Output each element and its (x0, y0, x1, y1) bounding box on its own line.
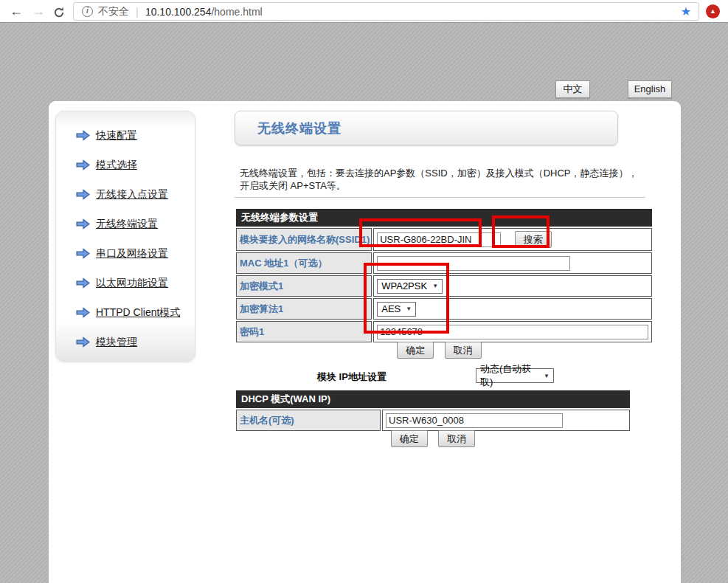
dhcp-table: DHCP 模式(WAN IP) 主机名(可选) (235, 389, 631, 432)
page-title-banner: 无线终端设置 (235, 111, 618, 145)
nav-arrow-icon (76, 307, 90, 318)
nav-arrow-icon (76, 189, 90, 200)
hostname-input[interactable] (386, 413, 563, 428)
mac-input[interactable] (377, 256, 570, 271)
sidebar-item-httpd-client[interactable]: HTTPD Client模式 (76, 304, 195, 321)
module-ip-settings-row: 模块 IP地址设置 动态(自动获取) ▼ (235, 368, 645, 384)
extension-icon[interactable]: ▲ (706, 4, 720, 18)
module-ip-settings-label: 模块 IP地址设置 (317, 370, 386, 384)
chevron-down-icon: ▼ (432, 283, 438, 289)
security-label: 不安全 (98, 5, 129, 18)
encryption-algorithm-label: 加密算法1 (236, 298, 372, 320)
sidebar-item-label: 模块管理 (96, 336, 137, 349)
nav-arrow-icon (76, 337, 90, 348)
mac-label: MAC 地址1（可选） (236, 252, 372, 274)
sidebar-item-ap-settings[interactable]: 无线接入点设置 (76, 186, 195, 203)
sidebar-item-label: 无线终端设置 (96, 218, 158, 231)
search-button[interactable]: 搜索 (515, 231, 552, 248)
refresh-icon[interactable] (50, 5, 68, 23)
nav-arrow-icon (76, 248, 90, 259)
mac-row: MAC 地址1（可选） (236, 252, 652, 274)
sidebar-item-module-management[interactable]: 模块管理 (76, 334, 195, 351)
hostname-row: 主机名(可选) (236, 410, 630, 431)
encryption-algorithm-select[interactable]: AES ▼ (377, 302, 416, 317)
dhcp-table-header: DHCP 模式(WAN IP) (236, 390, 630, 408)
ip-mode-value: 动态(自动获取) (480, 362, 538, 389)
confirm-button[interactable]: 确定 (391, 430, 428, 447)
password-input[interactable] (377, 325, 648, 339)
nav-arrow-icon (76, 218, 90, 230)
sidebar-item-mode-select[interactable]: 模式选择 (76, 156, 195, 173)
forward-icon[interactable]: → (30, 2, 47, 20)
encryption-mode-select[interactable]: WPA2PSK ▼ (377, 279, 443, 294)
ssid-row: 模块要接入的网络名称(SSID1) 搜索 (236, 228, 652, 251)
language-english-button[interactable]: English (628, 80, 672, 98)
address-bar[interactable]: i 不安全 | 10.10.100.254 /home.html ★ (73, 2, 699, 21)
encryption-algorithm-value: AES (381, 303, 401, 314)
table-header-row: DHCP 模式(WAN IP) (236, 390, 630, 408)
page-description: 无线终端设置，包括：要去连接的AP参数（SSID，加密）及接入模式（DHCP，静… (240, 167, 647, 192)
encryption-mode-row: 加密模式1 WPA2PSK ▼ (236, 275, 652, 297)
ssid-input[interactable] (377, 232, 501, 247)
bookmark-star-icon[interactable]: ★ (681, 4, 691, 18)
sidebar-item-sta-settings[interactable]: 无线终端设置 (76, 215, 195, 232)
sidebar-nav: 快速配置 模式选择 无线接入点设置 无线终端设置 串口及网络设置 以太网功能设置… (55, 111, 195, 362)
sta-params-table: 无线终端参数设置 模块要接入的网络名称(SSID1) 搜索 MAC 地址1（可选… (235, 207, 654, 344)
encryption-mode-value: WPA2PSK (381, 280, 427, 292)
language-chinese-button[interactable]: 中文 (555, 80, 590, 98)
url-host: 10.10.100.254 (145, 6, 212, 18)
chevron-down-icon: ▼ (544, 373, 550, 379)
divider (235, 197, 645, 198)
chevron-down-icon: ▼ (406, 306, 412, 312)
sidebar-item-serial-network[interactable]: 串口及网络设置 (76, 245, 195, 262)
address-divider: | (136, 5, 139, 18)
hostname-label: 主机名(可选) (236, 410, 381, 431)
nav-arrow-icon (76, 130, 90, 141)
cancel-button[interactable]: 取消 (438, 430, 475, 447)
sidebar-item-quick-config[interactable]: 快速配置 (76, 127, 195, 144)
sidebar-item-label: HTTPD Client模式 (96, 306, 180, 320)
sidebar-item-label: 无线接入点设置 (96, 188, 168, 201)
cancel-button[interactable]: 取消 (445, 342, 482, 359)
page-info-icon[interactable]: i (82, 6, 93, 17)
nav-arrow-icon (76, 277, 90, 289)
confirm-button[interactable]: 确定 (397, 342, 434, 359)
sta-form-actions: 确定 取消 (235, 342, 644, 359)
sidebar-item-ethernet[interactable]: 以太网功能设置 (76, 275, 195, 292)
table-header-row: 无线终端参数设置 (236, 209, 652, 227)
nav-arrow-icon (76, 159, 90, 170)
sidebar-item-label: 快速配置 (96, 129, 137, 142)
ip-mode-select[interactable]: 动态(自动获取) ▼ (476, 368, 554, 383)
sidebar-item-label: 串口及网络设置 (96, 247, 168, 261)
ssid-label: 模块要接入的网络名称(SSID1) (236, 228, 372, 251)
sidebar-item-label: 模式选择 (96, 159, 137, 172)
back-icon[interactable]: ← (7, 2, 25, 20)
encryption-algorithm-row: 加密算法1 AES ▼ (236, 298, 652, 320)
encryption-mode-label: 加密模式1 (236, 275, 372, 297)
page-title: 无线终端设置 (257, 120, 342, 137)
url-path: /home.html (211, 6, 262, 18)
main-panel: 无线终端设置 无线终端设置，包括：要去连接的AP参数（SSID，加密）及接入模式… (235, 111, 645, 572)
sidebar-item-label: 以太网功能设置 (96, 277, 168, 290)
table-header: 无线终端参数设置 (236, 209, 652, 227)
password-label: 密码1 (236, 321, 372, 342)
browser-toolbar: ← → i 不安全 | 10.10.100.254 /home.html ★ ▲ (0, 0, 728, 23)
dhcp-form-actions: 确定 取消 (235, 430, 631, 447)
page-container: 快速配置 模式选择 无线接入点设置 无线终端设置 串口及网络设置 以太网功能设置… (49, 101, 681, 583)
password-row: 密码1 (236, 321, 652, 342)
